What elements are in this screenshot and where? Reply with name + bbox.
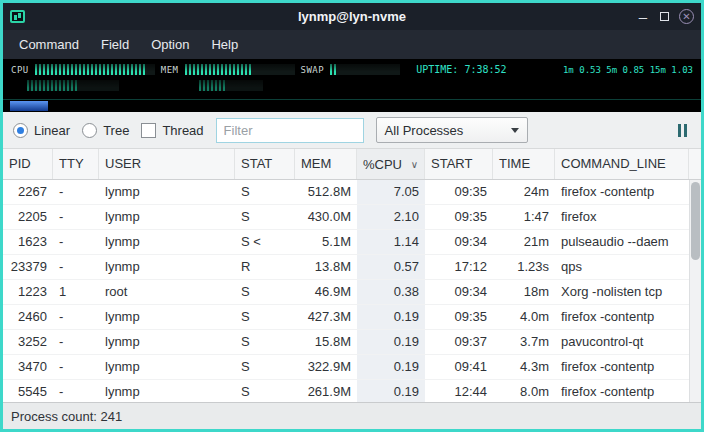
cell-time: 3.7m	[493, 330, 555, 354]
cell-stat: S	[235, 380, 295, 402]
table-row[interactable]: 12231rootS46.9M0.3809:3418mXorg -noliste…	[3, 280, 689, 305]
cell-user: lynmp	[99, 330, 235, 354]
process-filter-select[interactable]: All Processes	[376, 117, 528, 143]
menu-option[interactable]: Option	[141, 33, 199, 56]
cell-mem: 261.9M	[295, 380, 357, 402]
cell-command: firefox	[555, 205, 689, 229]
controls-bar: Linear Tree Thread All Processes	[3, 112, 701, 149]
chevron-down-icon	[511, 128, 519, 133]
cell-pid: 2460	[3, 305, 53, 329]
cell-start: 09:34	[425, 280, 493, 304]
cell-cpu: 1.14	[357, 230, 425, 254]
cell-tty: -	[53, 255, 99, 279]
cell-time: 1:47	[493, 205, 555, 229]
column-header-mem[interactable]: MEM	[295, 149, 357, 179]
cell-tty: -	[53, 180, 99, 204]
cell-command: firefox -contentp	[555, 305, 689, 329]
load-history-block	[10, 101, 48, 111]
cell-user: lynmp	[99, 355, 235, 379]
table-row[interactable]: 23379-lynmpR13.8M0.5717:121.23sqps	[3, 255, 689, 280]
pause-button[interactable]	[674, 120, 691, 141]
cell-command: Xorg -nolisten tcp	[555, 280, 689, 304]
thread-checkbox[interactable]: Thread	[141, 123, 203, 138]
cell-cpu: 2.10	[357, 205, 425, 229]
column-header-user[interactable]: USER	[99, 149, 235, 179]
table-row[interactable]: 3470-lynmpS322.9M0.1909:414.3mfirefox -c…	[3, 355, 689, 380]
cell-time: 18m	[493, 280, 555, 304]
column-header-stat[interactable]: STAT	[235, 149, 295, 179]
table-row[interactable]: 1623-lynmpS <5.1M1.1409:3421mpulseaudio …	[3, 230, 689, 255]
thread-checkbox-label: Thread	[162, 123, 203, 138]
process-filter-value: All Processes	[385, 123, 505, 138]
cell-user: root	[99, 280, 235, 304]
cell-command: firefox -contentp	[555, 355, 689, 379]
column-header-cpu[interactable]: %CPU ∨	[357, 149, 425, 179]
cell-start: 12:44	[425, 380, 493, 402]
cell-command: firefox -contentp	[555, 380, 689, 402]
column-header-pid[interactable]: PID	[3, 149, 53, 179]
cell-pid: 2267	[3, 180, 53, 204]
table-row[interactable]: 2205-lynmpS430.0M2.1009:351:47firefox	[3, 205, 689, 230]
thread-checkbox-control	[141, 123, 156, 138]
titlebar: lynmp@lyn-nvme – ✕	[3, 3, 701, 30]
table-row[interactable]: 2460-lynmpS427.3M0.1909:354.0mfirefox -c…	[3, 305, 689, 330]
process-count-text: Process count: 241	[11, 409, 122, 424]
linear-radio-control	[13, 123, 28, 138]
table-row[interactable]: 2267-lynmpS512.8M7.0509:3524mfirefox -co…	[3, 180, 689, 205]
linear-radio[interactable]: Linear	[13, 123, 70, 138]
cell-cpu: 0.19	[357, 305, 425, 329]
statusbar: Process count: 241	[3, 402, 701, 429]
cell-command: firefox -contentp	[555, 180, 689, 204]
scrollbar-thumb[interactable]	[691, 182, 700, 260]
mem-history-graph	[199, 80, 263, 91]
close-button[interactable]: ✕	[679, 9, 694, 24]
uptime-text: UPTIME: 7:38:52	[416, 64, 506, 75]
vertical-scrollbar[interactable]	[689, 180, 701, 402]
mem-meter-label: MEM	[161, 65, 179, 75]
menubar: Command Field Option Help	[3, 30, 701, 59]
cell-pid: 3470	[3, 355, 53, 379]
menu-command[interactable]: Command	[9, 33, 89, 56]
cell-stat: S	[235, 305, 295, 329]
cell-cpu: 0.19	[357, 380, 425, 402]
cell-user: lynmp	[99, 180, 235, 204]
linear-radio-label: Linear	[34, 123, 70, 138]
cell-time: 21m	[493, 230, 555, 254]
cell-stat: S	[235, 180, 295, 204]
column-header-tty[interactable]: TTY	[53, 149, 99, 179]
cell-cpu: 0.19	[357, 355, 425, 379]
table-row[interactable]: 5545-lynmpS261.9M0.1912:448.0mfirefox -c…	[3, 380, 689, 402]
cell-cpu: 7.05	[357, 180, 425, 204]
cell-tty: -	[53, 205, 99, 229]
filter-input[interactable]	[216, 118, 364, 143]
swap-meter-graph	[330, 64, 400, 75]
cell-time: 4.3m	[493, 355, 555, 379]
cell-stat: S	[235, 205, 295, 229]
cell-user: lynmp	[99, 380, 235, 402]
cpu-history-graph	[27, 80, 119, 91]
cell-user: lynmp	[99, 205, 235, 229]
cell-pid: 23379	[3, 255, 53, 279]
minimize-button[interactable]: –	[636, 12, 650, 22]
menu-help[interactable]: Help	[201, 33, 248, 56]
cell-start: 09:34	[425, 230, 493, 254]
cell-mem: 512.8M	[295, 180, 357, 204]
column-header-time[interactable]: TIME	[493, 149, 555, 179]
cell-time: 24m	[493, 180, 555, 204]
cell-mem: 13.8M	[295, 255, 357, 279]
cell-stat: S <	[235, 230, 295, 254]
column-header-start[interactable]: START	[425, 149, 493, 179]
column-header-command[interactable]: COMMAND_LINE	[555, 149, 689, 179]
cell-time: 8.0m	[493, 380, 555, 402]
table-row[interactable]: 3252-lynmpS15.8M0.1909:373.7mpavucontrol…	[3, 330, 689, 355]
column-header-cpu-label: %CPU	[363, 157, 402, 172]
table-body: 2267-lynmpS512.8M7.0509:3524mfirefox -co…	[3, 180, 689, 402]
cell-mem: 15.8M	[295, 330, 357, 354]
load-history-strip	[3, 99, 701, 112]
sort-descending-icon: ∨	[411, 159, 418, 170]
cpu-meter-graph	[35, 64, 155, 75]
tree-radio[interactable]: Tree	[82, 123, 129, 138]
restore-button[interactable]	[660, 12, 669, 21]
cell-pid: 3252	[3, 330, 53, 354]
menu-field[interactable]: Field	[91, 33, 139, 56]
